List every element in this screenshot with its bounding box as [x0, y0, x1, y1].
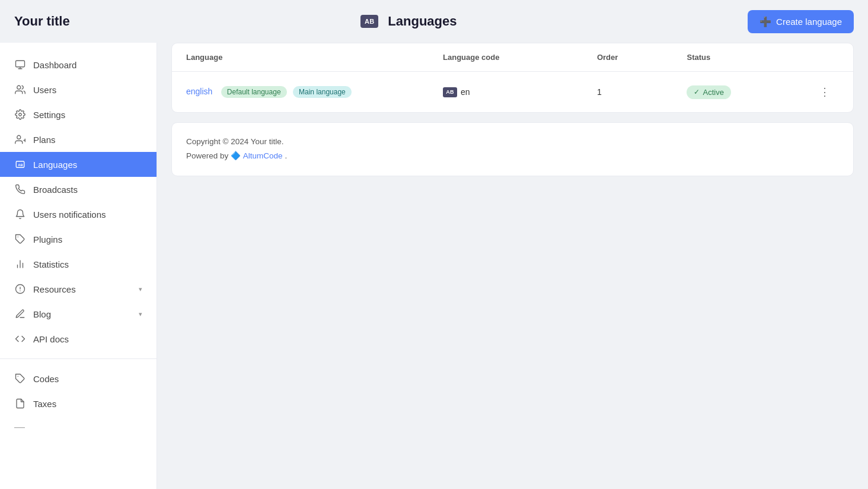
- ab-icon: AB: [14, 158, 26, 170]
- sidebar-item-broadcasts[interactable]: Broadcasts: [0, 177, 157, 202]
- code-icon: [14, 333, 26, 345]
- svg-point-3: [17, 85, 21, 89]
- header-center: AB Languages: [360, 14, 457, 29]
- sidebar-label-api-docs: API docs: [33, 334, 69, 344]
- actions-cell: ⋮: [815, 82, 839, 101]
- svg-point-4: [19, 113, 22, 116]
- sidebar-label-languages: Languages: [33, 160, 77, 170]
- status-badge: ✓ Active: [687, 85, 730, 99]
- sidebar: Dashboard Users Settings: [0, 43, 157, 489]
- col-order: Order: [597, 53, 687, 62]
- default-language-badge: Default language: [221, 86, 287, 98]
- sidebar-label-blog: Blog: [33, 309, 51, 319]
- sidebar-divider: [0, 358, 157, 359]
- sidebar-item-codes[interactable]: Codes: [0, 366, 157, 391]
- taxes-icon: [14, 398, 26, 409]
- sidebar-item-users-notifications[interactable]: Users notifications: [0, 202, 157, 227]
- col-language-code: Language code: [443, 53, 597, 62]
- more-options-button[interactable]: ⋮: [815, 82, 834, 101]
- page-icon: AB: [360, 15, 378, 28]
- lang-code-icon: AB: [443, 87, 457, 97]
- powered-by-prefix: Powered by: [186, 151, 231, 160]
- col-actions: [815, 53, 839, 62]
- chevron-down-icon: ▾: [139, 285, 142, 293]
- page-title: Languages: [388, 14, 457, 29]
- sidebar-label-users: Users: [33, 85, 56, 95]
- sidebar-item-resources[interactable]: Resources ▾: [0, 277, 157, 301]
- sidebar-item-blog[interactable]: Blog ▾: [0, 301, 157, 326]
- main-content: Language Language code Order Status engl…: [157, 43, 868, 489]
- sidebar-item-taxes[interactable]: Taxes: [0, 391, 157, 416]
- order-cell: 1: [597, 87, 687, 97]
- col-language: Language: [186, 53, 443, 62]
- powered-by-suffix: .: [285, 151, 287, 160]
- top-header: Your title AB Languages ➕ Create languag…: [0, 0, 868, 43]
- copyright: Copyright © 2024 Your title.: [186, 137, 284, 146]
- broadcasts-icon: [14, 183, 26, 195]
- sidebar-item-languages[interactable]: AB Languages: [0, 152, 157, 177]
- monitor-icon: [14, 59, 26, 71]
- status-cell: ✓ Active: [687, 85, 815, 99]
- sidebar-label-taxes: Taxes: [33, 399, 56, 409]
- blog-icon: [14, 308, 26, 320]
- header-left: Your title: [14, 14, 70, 29]
- main-language-badge: Main language: [293, 86, 352, 98]
- sidebar-label-statistics: Statistics: [33, 259, 69, 269]
- table-row: english Default language Main language A…: [172, 72, 853, 112]
- sidebar-label-users-notifications: Users notifications: [33, 209, 106, 220]
- info-icon: [14, 283, 26, 295]
- create-language-button[interactable]: ➕ Create language: [748, 10, 854, 33]
- puzzle-icon: [14, 233, 26, 245]
- sidebar-label-dashboard: Dashboard: [33, 60, 76, 70]
- powered-by-icon: 🔷: [231, 151, 241, 160]
- app-title: Your title: [14, 14, 70, 29]
- plans-icon: [14, 134, 26, 145]
- chart-icon: [14, 258, 26, 270]
- table-header: Language Language code Order Status: [172, 43, 853, 72]
- bell-icon: [14, 208, 26, 220]
- lang-code-text: en: [461, 87, 470, 97]
- create-button-label: Create language: [776, 17, 842, 27]
- sidebar-item-plans[interactable]: Plans: [0, 127, 157, 152]
- copyright-text: Copyright © 2024 Your title. Powered by …: [186, 135, 839, 164]
- altumcode-link[interactable]: AltumCode: [243, 151, 283, 160]
- col-status: Status: [687, 53, 815, 62]
- sidebar-item-api-docs[interactable]: API docs: [0, 326, 157, 351]
- sidebar-item-users[interactable]: Users: [0, 77, 157, 102]
- sidebar-item-settings[interactable]: Settings: [0, 102, 157, 127]
- language-cell: english Default language Main language: [186, 86, 443, 98]
- svg-point-5: [17, 135, 21, 139]
- plus-icon: ➕: [760, 16, 771, 27]
- svg-rect-0: [16, 61, 25, 67]
- footer-card: Copyright © 2024 Your title. Powered by …: [171, 122, 854, 176]
- tag-icon: [14, 373, 26, 385]
- sidebar-item-dashboard[interactable]: Dashboard: [0, 52, 157, 77]
- sidebar-label-settings: Settings: [33, 110, 65, 120]
- languages-table-card: Language Language code Order Status engl…: [171, 43, 854, 113]
- status-text: Active: [703, 88, 723, 97]
- sidebar-label-plans: Plans: [33, 135, 56, 145]
- check-icon: ✓: [694, 88, 700, 96]
- sidebar-item-plugins[interactable]: Plugins: [0, 227, 157, 252]
- sidebar-label-codes: Codes: [33, 374, 59, 384]
- sidebar-label-resources: Resources: [33, 284, 76, 294]
- users-icon: [14, 84, 26, 96]
- sidebar-label-broadcasts: Broadcasts: [33, 185, 78, 195]
- chevron-down-icon-blog: ▾: [139, 310, 142, 318]
- sidebar-item-statistics[interactable]: Statistics: [0, 252, 157, 277]
- language-link[interactable]: english: [186, 87, 212, 96]
- settings-icon: [14, 109, 26, 120]
- sidebar-label-plugins: Plugins: [33, 234, 62, 244]
- main-layout: Dashboard Users Settings: [0, 43, 868, 489]
- svg-text:AB: AB: [18, 163, 23, 167]
- language-code-cell: AB en: [443, 87, 597, 97]
